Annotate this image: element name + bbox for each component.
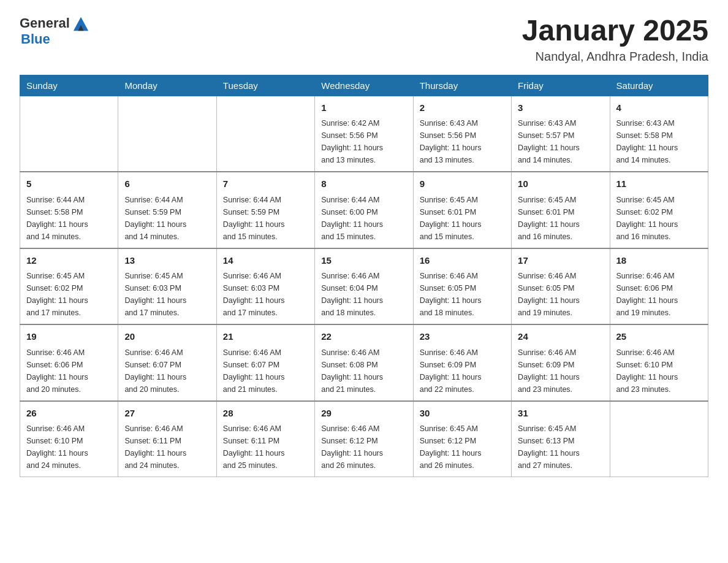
day-info: Sunrise: 6:46 AMSunset: 6:11 PMDaylight:… bbox=[223, 423, 308, 472]
day-number: 18 bbox=[616, 254, 702, 268]
calendar-cell: 24Sunrise: 6:46 AMSunset: 6:09 PMDayligh… bbox=[512, 324, 610, 401]
day-number: 12 bbox=[26, 254, 112, 268]
day-number: 16 bbox=[420, 254, 505, 268]
calendar-cell: 26Sunrise: 6:46 AMSunset: 6:10 PMDayligh… bbox=[20, 401, 118, 477]
day-number: 21 bbox=[223, 330, 308, 344]
calendar-cell: 17Sunrise: 6:46 AMSunset: 6:05 PMDayligh… bbox=[512, 248, 610, 325]
calendar-cell bbox=[610, 401, 708, 477]
calendar-cell bbox=[20, 96, 118, 172]
day-number: 30 bbox=[420, 407, 505, 421]
day-number: 4 bbox=[616, 101, 702, 115]
day-info: Sunrise: 6:45 AMSunset: 6:12 PMDaylight:… bbox=[420, 423, 505, 472]
day-number: 20 bbox=[124, 330, 210, 344]
calendar-week-row-5: 26Sunrise: 6:46 AMSunset: 6:10 PMDayligh… bbox=[20, 401, 708, 477]
calendar-cell: 25Sunrise: 6:46 AMSunset: 6:10 PMDayligh… bbox=[610, 324, 708, 401]
calendar-cell: 14Sunrise: 6:46 AMSunset: 6:03 PMDayligh… bbox=[216, 248, 314, 325]
calendar-cell: 6Sunrise: 6:44 AMSunset: 5:59 PMDaylight… bbox=[118, 172, 216, 248]
day-number: 5 bbox=[26, 177, 112, 191]
calendar-cell: 8Sunrise: 6:44 AMSunset: 6:00 PMDaylight… bbox=[315, 172, 413, 248]
calendar-cell: 28Sunrise: 6:46 AMSunset: 6:11 PMDayligh… bbox=[216, 401, 314, 477]
logo-icon bbox=[72, 15, 89, 32]
day-info: Sunrise: 6:46 AMSunset: 6:09 PMDaylight:… bbox=[518, 347, 603, 396]
calendar-cell: 23Sunrise: 6:46 AMSunset: 6:09 PMDayligh… bbox=[413, 324, 511, 401]
calendar-cell: 29Sunrise: 6:46 AMSunset: 6:12 PMDayligh… bbox=[315, 401, 413, 477]
day-number: 31 bbox=[518, 407, 603, 421]
day-number: 17 bbox=[518, 254, 603, 268]
day-number: 11 bbox=[616, 177, 702, 191]
day-number: 10 bbox=[518, 177, 603, 191]
calendar-cell: 5Sunrise: 6:44 AMSunset: 5:58 PMDaylight… bbox=[20, 172, 118, 248]
header-thursday: Thursday bbox=[413, 75, 511, 96]
day-info: Sunrise: 6:46 AMSunset: 6:03 PMDaylight:… bbox=[223, 270, 308, 319]
header-sunday: Sunday bbox=[20, 75, 118, 96]
header-friday: Friday bbox=[512, 75, 610, 96]
logo: General Blue bbox=[20, 15, 89, 47]
calendar-cell: 21Sunrise: 6:46 AMSunset: 6:07 PMDayligh… bbox=[216, 324, 314, 401]
calendar-cell: 10Sunrise: 6:45 AMSunset: 6:01 PMDayligh… bbox=[512, 172, 610, 248]
day-info: Sunrise: 6:44 AMSunset: 5:59 PMDaylight:… bbox=[223, 194, 308, 243]
day-info: Sunrise: 6:45 AMSunset: 6:03 PMDaylight:… bbox=[124, 270, 210, 319]
day-number: 19 bbox=[26, 330, 112, 344]
day-info: Sunrise: 6:44 AMSunset: 5:58 PMDaylight:… bbox=[26, 194, 112, 243]
day-info: Sunrise: 6:46 AMSunset: 6:10 PMDaylight:… bbox=[616, 347, 702, 396]
calendar-cell bbox=[118, 96, 216, 172]
day-number: 24 bbox=[518, 330, 603, 344]
day-info: Sunrise: 6:45 AMSunset: 6:02 PMDaylight:… bbox=[26, 270, 112, 319]
day-number: 2 bbox=[420, 101, 505, 115]
calendar-cell: 3Sunrise: 6:43 AMSunset: 5:57 PMDaylight… bbox=[512, 96, 610, 172]
logo-blue-text: Blue bbox=[21, 31, 50, 47]
day-number: 23 bbox=[420, 330, 505, 344]
title-area: January 2025 Nandyal, Andhra Pradesh, In… bbox=[522, 15, 708, 64]
calendar-cell: 16Sunrise: 6:46 AMSunset: 6:05 PMDayligh… bbox=[413, 248, 511, 325]
calendar-cell: 27Sunrise: 6:46 AMSunset: 6:11 PMDayligh… bbox=[118, 401, 216, 477]
calendar-cell: 4Sunrise: 6:43 AMSunset: 5:58 PMDaylight… bbox=[610, 96, 708, 172]
day-number: 29 bbox=[321, 407, 406, 421]
calendar-header-row: Sunday Monday Tuesday Wednesday Thursday… bbox=[20, 75, 708, 96]
day-info: Sunrise: 6:45 AMSunset: 6:01 PMDaylight:… bbox=[518, 194, 603, 243]
day-number: 22 bbox=[321, 330, 406, 344]
day-info: Sunrise: 6:46 AMSunset: 6:09 PMDaylight:… bbox=[420, 347, 505, 396]
calendar-week-row-2: 5Sunrise: 6:44 AMSunset: 5:58 PMDaylight… bbox=[20, 172, 708, 248]
day-number: 14 bbox=[223, 254, 308, 268]
calendar-cell: 15Sunrise: 6:46 AMSunset: 6:04 PMDayligh… bbox=[315, 248, 413, 325]
calendar-cell: 20Sunrise: 6:46 AMSunset: 6:07 PMDayligh… bbox=[118, 324, 216, 401]
calendar-cell: 1Sunrise: 6:42 AMSunset: 5:56 PMDaylight… bbox=[315, 96, 413, 172]
day-number: 15 bbox=[321, 254, 406, 268]
day-number: 13 bbox=[124, 254, 210, 268]
calendar-table: Sunday Monday Tuesday Wednesday Thursday… bbox=[20, 75, 708, 478]
day-info: Sunrise: 6:45 AMSunset: 6:01 PMDaylight:… bbox=[420, 194, 505, 243]
day-number: 3 bbox=[518, 101, 603, 115]
page-header: General Blue January 2025 Nandyal, Andhr… bbox=[20, 15, 708, 64]
header-saturday: Saturday bbox=[610, 75, 708, 96]
calendar-cell: 13Sunrise: 6:45 AMSunset: 6:03 PMDayligh… bbox=[118, 248, 216, 325]
header-wednesday: Wednesday bbox=[315, 75, 413, 96]
day-info: Sunrise: 6:46 AMSunset: 6:11 PMDaylight:… bbox=[124, 423, 210, 472]
day-number: 26 bbox=[26, 407, 112, 421]
calendar-cell: 11Sunrise: 6:45 AMSunset: 6:02 PMDayligh… bbox=[610, 172, 708, 248]
calendar-week-row-4: 19Sunrise: 6:46 AMSunset: 6:06 PMDayligh… bbox=[20, 324, 708, 401]
day-info: Sunrise: 6:46 AMSunset: 6:10 PMDaylight:… bbox=[26, 423, 112, 472]
day-info: Sunrise: 6:46 AMSunset: 6:05 PMDaylight:… bbox=[420, 270, 505, 319]
day-info: Sunrise: 6:45 AMSunset: 6:13 PMDaylight:… bbox=[518, 423, 603, 472]
day-info: Sunrise: 6:45 AMSunset: 6:02 PMDaylight:… bbox=[616, 194, 702, 243]
calendar-week-row-3: 12Sunrise: 6:45 AMSunset: 6:02 PMDayligh… bbox=[20, 248, 708, 325]
day-info: Sunrise: 6:43 AMSunset: 5:57 PMDaylight:… bbox=[518, 117, 603, 166]
day-number: 8 bbox=[321, 177, 406, 191]
calendar-cell: 18Sunrise: 6:46 AMSunset: 6:06 PMDayligh… bbox=[610, 248, 708, 325]
calendar-cell: 12Sunrise: 6:45 AMSunset: 6:02 PMDayligh… bbox=[20, 248, 118, 325]
calendar-cell: 31Sunrise: 6:45 AMSunset: 6:13 PMDayligh… bbox=[512, 401, 610, 477]
calendar-cell: 19Sunrise: 6:46 AMSunset: 6:06 PMDayligh… bbox=[20, 324, 118, 401]
day-info: Sunrise: 6:42 AMSunset: 5:56 PMDaylight:… bbox=[321, 117, 406, 166]
day-info: Sunrise: 6:44 AMSunset: 6:00 PMDaylight:… bbox=[321, 194, 406, 243]
day-number: 9 bbox=[420, 177, 505, 191]
calendar-cell: 7Sunrise: 6:44 AMSunset: 5:59 PMDaylight… bbox=[216, 172, 314, 248]
day-info: Sunrise: 6:44 AMSunset: 5:59 PMDaylight:… bbox=[124, 194, 210, 243]
day-info: Sunrise: 6:46 AMSunset: 6:04 PMDaylight:… bbox=[321, 270, 406, 319]
calendar-cell: 22Sunrise: 6:46 AMSunset: 6:08 PMDayligh… bbox=[315, 324, 413, 401]
calendar-cell: 9Sunrise: 6:45 AMSunset: 6:01 PMDaylight… bbox=[413, 172, 511, 248]
calendar-week-row-1: 1Sunrise: 6:42 AMSunset: 5:56 PMDaylight… bbox=[20, 96, 708, 172]
day-number: 1 bbox=[321, 101, 406, 115]
header-tuesday: Tuesday bbox=[216, 75, 314, 96]
day-info: Sunrise: 6:46 AMSunset: 6:07 PMDaylight:… bbox=[223, 347, 308, 396]
day-info: Sunrise: 6:46 AMSunset: 6:08 PMDaylight:… bbox=[321, 347, 406, 396]
